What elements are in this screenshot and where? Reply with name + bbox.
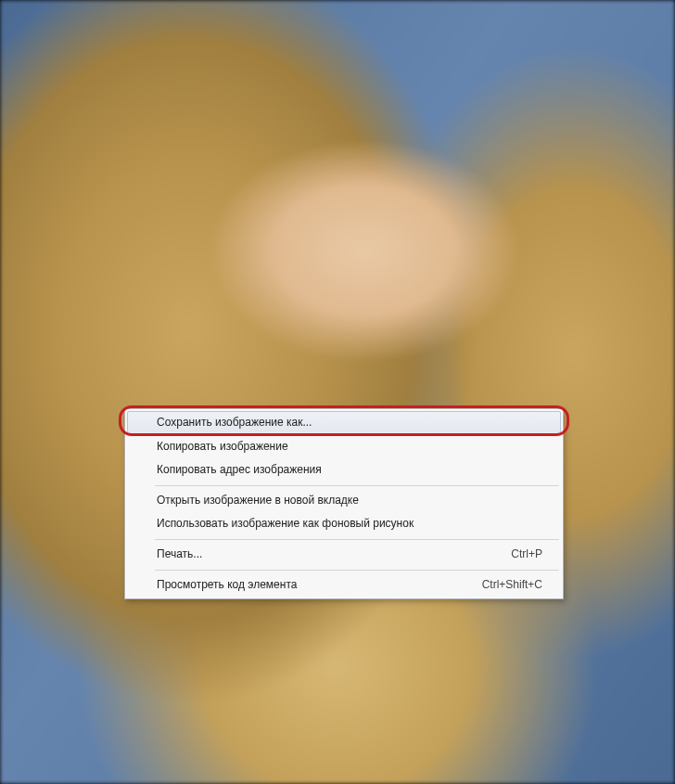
menu-item-set-as-background[interactable]: Использовать изображение как фоновый рис…	[127, 512, 561, 536]
menu-item-label: Просмотреть код элемента	[157, 578, 297, 593]
background-image[interactable]	[0, 0, 675, 784]
menu-item-label: Копировать изображение	[157, 440, 288, 455]
menu-item-label: Печать...	[157, 547, 202, 562]
menu-item-inspect-element[interactable]: Просмотреть код элемента Ctrl+Shift+C	[127, 573, 561, 598]
menu-item-label: Открыть изображение в новой вкладке	[157, 494, 359, 508]
menu-item-label: Использовать изображение как фоновый рис…	[157, 517, 414, 532]
menu-item-label: Сохранить изображение как...	[157, 416, 312, 431]
menu-item-shortcut: Ctrl+P	[511, 547, 542, 562]
menu-separator	[155, 539, 559, 540]
menu-separator	[155, 570, 559, 571]
menu-separator	[155, 485, 559, 486]
menu-item-copy-image-address[interactable]: Копировать адрес изображения	[127, 458, 561, 482]
menu-item-label: Копировать адрес изображения	[157, 463, 322, 478]
context-menu: Сохранить изображение как... Копировать …	[124, 408, 564, 599]
menu-item-save-image-as[interactable]: Сохранить изображение как...	[127, 411, 561, 435]
menu-item-shortcut: Ctrl+Shift+C	[482, 578, 542, 593]
menu-item-print[interactable]: Печать... Ctrl+P	[127, 543, 561, 567]
menu-item-copy-image[interactable]: Копировать изображение	[127, 435, 561, 459]
menu-item-open-in-new-tab[interactable]: Открыть изображение в новой вкладке	[127, 489, 561, 513]
